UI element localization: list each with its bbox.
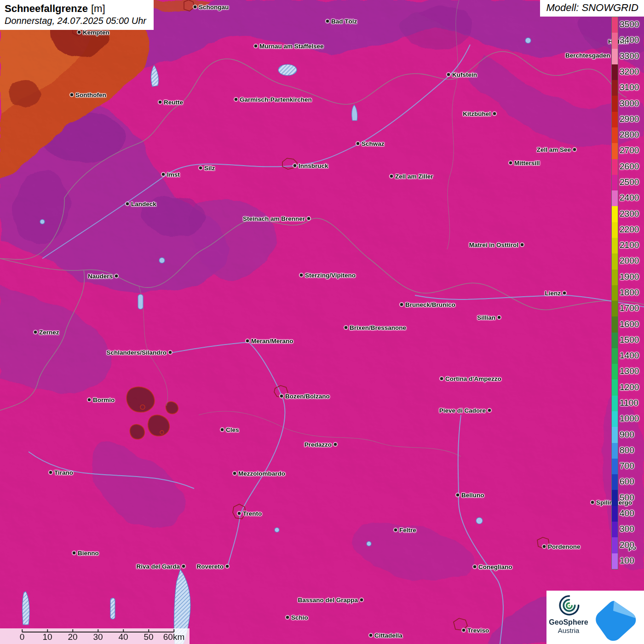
city-dot xyxy=(182,564,186,569)
scalebar-label: 10 xyxy=(42,632,52,642)
city-dot xyxy=(77,30,81,34)
city-label: Kempten xyxy=(83,29,109,36)
city-label: Conegliano xyxy=(478,564,512,570)
geosphere-name: GeoSphere xyxy=(549,618,588,627)
city-label: Cles xyxy=(226,426,239,433)
city-dot xyxy=(161,172,166,177)
city-label: Treviso xyxy=(467,627,489,634)
city-label: Murnau am Staffelsee xyxy=(259,43,324,50)
scalebar-label: 20 xyxy=(68,632,77,642)
city-label: Trento xyxy=(243,510,262,517)
geosphere-country: Austria xyxy=(558,627,580,634)
city-dot xyxy=(447,73,451,77)
title-unit: [m] xyxy=(91,3,105,14)
city-label: Spilimbergo xyxy=(596,499,632,506)
city-label: Mezzolombardo xyxy=(238,470,285,477)
city-label: Feltre xyxy=(399,527,416,534)
city-label: Berchtesgaden xyxy=(565,52,610,59)
city-label: Brixen/Bressanone xyxy=(350,324,406,331)
city-dot xyxy=(563,291,567,295)
city-dot xyxy=(233,472,237,476)
city-label: Bassano del Grappa xyxy=(298,597,358,604)
scalebar-label: 0 xyxy=(20,632,25,642)
city-dot xyxy=(199,166,203,170)
city-dot xyxy=(193,5,197,9)
scalebar: 0102030405060km xyxy=(0,628,190,644)
city-label: Bormio xyxy=(93,397,115,403)
city-dot xyxy=(440,377,444,381)
city-label: Tirano xyxy=(54,469,73,476)
city-dot xyxy=(390,174,394,178)
city-dot xyxy=(473,565,477,569)
city-label: Innsbruck xyxy=(299,162,328,169)
city-dot xyxy=(356,142,360,146)
city-label: Reutte xyxy=(164,99,183,106)
scalebar-label: 30 xyxy=(93,632,103,642)
city-dot xyxy=(293,164,297,168)
city-dot xyxy=(234,98,238,102)
city-label: Zell am Ziller xyxy=(395,173,433,180)
city-label: Zell am See xyxy=(537,146,571,153)
city-dot xyxy=(280,394,284,398)
city-dot xyxy=(334,443,338,447)
city-label: Bozen/Bolzano xyxy=(285,393,330,400)
city-label: Bruneck/Brunico xyxy=(405,301,455,308)
valid-time: Donnerstag, 24.07.2025 05:00 Uhr xyxy=(5,15,146,27)
city-dot xyxy=(462,628,466,632)
city-dot xyxy=(49,471,53,475)
city-label: Pieve di Cadore xyxy=(439,407,486,414)
city-dot xyxy=(254,44,258,48)
title-main: Schneefallgrenze xyxy=(5,3,88,14)
city-label: Bienno xyxy=(78,550,99,557)
city-dot xyxy=(542,545,546,549)
cities-layer: SchongauBad TölzKemptenMurnau am Staffel… xyxy=(0,0,644,644)
city-dot xyxy=(70,93,74,97)
city-label: Landeck xyxy=(131,201,156,207)
city-dot xyxy=(326,19,330,23)
city-label: Cittadella xyxy=(374,632,402,639)
city-label: Schio xyxy=(291,614,308,621)
city-dot xyxy=(307,217,311,221)
city-dot xyxy=(400,303,404,307)
city-dot xyxy=(591,500,595,505)
city-label: Sillian xyxy=(477,314,495,321)
geosphere-swirl-icon xyxy=(557,593,581,617)
city-label: Mittersill xyxy=(514,160,540,167)
scalebar-label: 60km xyxy=(163,632,184,642)
city-label: Garmisch-Partenkirchen xyxy=(240,96,312,103)
city-dot xyxy=(225,564,230,569)
blue-map-icon xyxy=(593,593,641,641)
city-label: Imst xyxy=(167,171,180,178)
city-label: Matrei in Osttirol xyxy=(469,242,518,248)
page-title: Schneefallgrenze[m] xyxy=(5,2,146,15)
city-dot xyxy=(34,330,38,334)
city-dot xyxy=(299,273,304,277)
city-label: po xyxy=(628,544,636,551)
city-label: Pordenone xyxy=(548,543,581,550)
city-label: Sterzing/Vipiteno xyxy=(305,272,356,279)
title-box: Schneefallgrenze[m] Donnerstag, 24.07.20… xyxy=(0,0,154,30)
partner-logo-box xyxy=(591,591,644,644)
snowfall-limit-map: SchongauBad TölzKemptenMurnau am Staffel… xyxy=(0,0,644,644)
city-dot xyxy=(493,112,497,116)
city-dot xyxy=(220,428,224,432)
city-label: Steinach am Brenner xyxy=(243,215,305,222)
city-label: Lienz xyxy=(545,290,561,297)
model-label: Modell: SNOWGRID xyxy=(540,0,644,17)
city-dot xyxy=(369,633,373,638)
city-dot xyxy=(87,398,92,402)
scalebar-label: 40 xyxy=(118,632,128,642)
city-label: Silz xyxy=(204,165,215,172)
city-dot xyxy=(72,551,76,555)
city-label: Predazzo xyxy=(305,441,332,448)
city-dot xyxy=(497,316,501,320)
city-label: Riva del Garda xyxy=(136,563,180,570)
city-label: Zernez xyxy=(39,329,59,336)
city-label: Meran/Merano xyxy=(251,338,293,345)
city-label: Hallein xyxy=(608,38,628,45)
city-dot xyxy=(168,351,172,355)
city-label: Nauders xyxy=(88,273,113,280)
city-dot xyxy=(115,274,119,278)
geosphere-logo: GeoSphere Austria xyxy=(546,591,591,644)
city-dot xyxy=(344,326,348,330)
